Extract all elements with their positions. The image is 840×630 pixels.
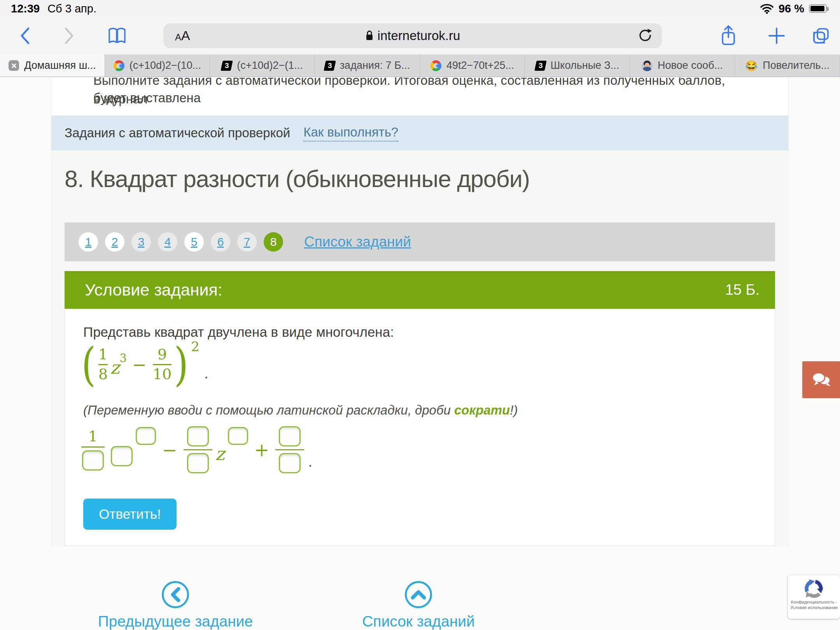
outer-exponent-2: 2 <box>191 339 200 354</box>
recaptcha-badge[interactable]: Конфиденциальность - Условия использован… <box>788 575 840 619</box>
new-tab-button[interactable] <box>763 17 790 54</box>
tab-znanija-1[interactable]: 3 (c+10d)2−(1... <box>210 54 315 77</box>
battery-icon <box>809 4 827 13</box>
condition-header: Условие задания: 15 Б. <box>65 271 775 309</box>
submit-answer-button[interactable]: Ответить! <box>83 499 177 530</box>
tab-bar: Домашняя ш... (c+10d)2−(10... 3 (c+10d)2… <box>0 54 840 77</box>
task-link-1[interactable]: 1 <box>79 232 98 252</box>
answer-box-exponent-1[interactable] <box>136 427 156 445</box>
tabs-overview-button[interactable] <box>807 17 835 54</box>
book-icon <box>107 27 127 45</box>
page-content: Выполните задания с автоматической прове… <box>0 77 840 630</box>
fraction-bar <box>153 364 172 365</box>
answer-box-denominator-2[interactable] <box>187 453 209 473</box>
status-bar: 12:39 Сб 3 апр. 96 % <box>0 0 840 17</box>
ipad-safari-screen: 12:39 Сб 3 апр. 96 % <box>0 0 840 630</box>
auto-check-bar: Задания с автоматической проверкой Как в… <box>51 116 788 150</box>
close-tab-icon[interactable] <box>9 60 19 71</box>
task-link-2[interactable]: 2 <box>105 232 124 252</box>
condition-title: Условие задания: <box>85 280 222 299</box>
task-link-5[interactable]: 5 <box>184 232 204 252</box>
tab-google-search-1[interactable]: (c+10d)2−(10... <box>105 54 210 77</box>
how-to-link[interactable]: Как выполнять? <box>303 125 398 142</box>
battery-percent: 96 % <box>779 2 804 15</box>
task-section: 8. Квадрат разности (обыкновенные дроби)… <box>51 150 788 546</box>
formula-period: . <box>204 364 208 382</box>
bookmarks-button[interactable] <box>103 17 131 54</box>
open-paren: ( <box>82 341 96 387</box>
recaptcha-terms-link[interactable]: Условия использования <box>790 605 838 610</box>
plus-icon <box>768 27 786 45</box>
input-hint: (Переменную вводи с помощью латинской ра… <box>83 403 518 418</box>
share-button[interactable] <box>715 17 742 54</box>
task-link-8-current[interactable]: 8 <box>264 232 283 252</box>
previous-circle-icon[interactable] <box>162 581 189 608</box>
content-card: Выполните задания с автоматической прове… <box>51 77 789 546</box>
reload-button[interactable] <box>635 26 656 46</box>
auto-check-label: Задания с автоматической проверкой <box>65 126 290 140</box>
minus-sign: − <box>162 439 177 460</box>
task-link-7[interactable]: 7 <box>237 232 257 252</box>
recaptcha-privacy-link[interactable]: Конфиденциальность - <box>791 599 837 605</box>
share-icon <box>720 25 737 47</box>
tab-znanija-3[interactable]: 3 Школьные З... <box>525 54 630 77</box>
tab-messages[interactable]: Новое сооб... <box>630 54 735 77</box>
page-title: 8. Квадрат разности (обыкновенные дроби) <box>65 165 530 192</box>
task-list-circle-icon[interactable] <box>405 581 432 608</box>
support-chat-button[interactable] <box>802 361 840 398</box>
task-list-nav[interactable]: Список заданий <box>341 581 496 630</box>
previous-task-label[interactable]: Предыдущее задание <box>98 613 253 630</box>
answer-row: 1 − z + <box>81 426 312 473</box>
fraction-bar <box>98 364 108 365</box>
google-favicon <box>430 60 441 71</box>
tab-game[interactable]: 😂 Повелитель... <box>735 54 840 77</box>
intro-text: Выполните задания с автоматической прове… <box>51 77 788 116</box>
tab-znanija-2[interactable]: 3 задания: 7 Б... <box>315 54 420 77</box>
previous-task-nav[interactable]: Предыдущее задание <box>98 581 253 630</box>
task-number-nav: 1 2 3 4 5 6 7 8 Список заданий <box>65 222 775 261</box>
tab-google-search-2[interactable]: 49t2−70t+25... <box>420 54 525 77</box>
tabs-icon <box>812 26 830 45</box>
tab-active-homework[interactable]: Домашняя ш... <box>0 54 105 77</box>
task-list-bottom-label[interactable]: Список заданий <box>362 613 475 630</box>
chevron-up-icon <box>411 589 426 600</box>
task-link-3[interactable]: 3 <box>131 232 151 252</box>
task-link-6[interactable]: 6 <box>211 232 230 252</box>
hint-highlight: сократи <box>454 403 510 417</box>
tab-label: (c+10d)2−(10... <box>130 60 201 72</box>
exponent-3: 3 <box>119 352 126 365</box>
wifi-icon <box>760 3 774 14</box>
answer-box-base[interactable] <box>111 446 133 466</box>
task-link-4[interactable]: 4 <box>158 232 177 252</box>
status-right: 96 % <box>760 2 829 15</box>
lock-icon <box>365 30 374 42</box>
avatar-favicon <box>642 60 653 71</box>
tab-label: Домашняя ш... <box>24 60 96 72</box>
task-formula: ( 1 8 z 3 − 9 10 <box>80 341 208 387</box>
address-bar[interactable]: АА interneturok.ru <box>163 23 662 48</box>
answer-box-exponent-2[interactable] <box>228 427 248 445</box>
intro-line-1: Выполните задания с автоматической прове… <box>93 77 753 107</box>
answer-box-numerator-3[interactable] <box>279 426 301 446</box>
tab-label: 49t2−70t+25... <box>446 60 514 72</box>
answer-fraction-1: 1 <box>81 429 105 471</box>
answer-numerator-1: 1 <box>88 429 98 444</box>
task-list-link[interactable]: Список заданий <box>304 234 411 250</box>
tab-label: задания: 7 Б... <box>340 60 410 72</box>
forward-button[interactable] <box>58 17 81 54</box>
chat-bubbles-icon <box>810 371 832 389</box>
variable-z: z <box>215 443 225 464</box>
clock: 12:39 <box>11 2 40 15</box>
answer-box-denominator-3[interactable] <box>279 453 301 473</box>
back-button[interactable] <box>13 17 37 54</box>
answer-box-numerator-2[interactable] <box>187 426 209 446</box>
variable-z: z <box>110 357 119 378</box>
tab-label: Школьные З... <box>551 60 620 72</box>
back-chevron-icon <box>19 26 31 45</box>
fraction-bar <box>275 449 304 450</box>
task-body: Представь квадрат двучлена в виде многоч… <box>65 309 775 546</box>
date: Сб 3 апр. <box>47 2 96 15</box>
fraction-bar <box>184 449 212 450</box>
reload-icon <box>638 28 653 43</box>
answer-box-denominator-1[interactable] <box>82 450 104 471</box>
